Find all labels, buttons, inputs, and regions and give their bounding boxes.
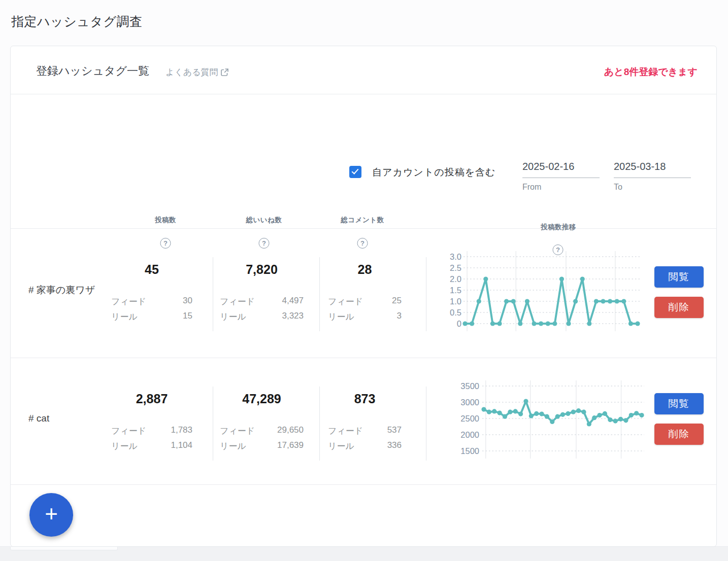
reel-label: リール: [111, 440, 138, 452]
likes-total: 7,820: [220, 262, 304, 277]
hashtag-name: # 家事の裏ワザ: [28, 284, 95, 297]
card-title: 登録ハッシュタグ一覧: [36, 63, 149, 79]
filter-section: 自アカウントの投稿を含む 2025-02-16 From 2025-03-18 …: [11, 94, 716, 229]
feed-label: フィード: [220, 296, 255, 307]
comments-reel-value: 3: [397, 311, 402, 323]
feed-label: フィード: [220, 425, 255, 437]
view-button[interactable]: 閲覧: [654, 266, 704, 288]
date-from-input[interactable]: 2025-02-16: [522, 161, 600, 178]
svg-text:1.5: 1.5: [450, 286, 461, 295]
divider: [319, 387, 320, 461]
date-to-caption: To: [614, 183, 691, 192]
svg-text:3.0: 3.0: [450, 252, 461, 261]
delete-button[interactable]: 削除: [654, 424, 704, 445]
posts-reel-value: 15: [183, 311, 192, 323]
posts-total: 45: [111, 262, 192, 277]
divider: [426, 257, 426, 331]
divider: [213, 257, 213, 331]
likes-total: 47,289: [220, 392, 304, 406]
column-header-comments: 総コメント数: [341, 216, 384, 225]
plus-icon: +: [45, 503, 58, 525]
include-own-posts-label: 自アカウントの投稿を含む: [372, 166, 496, 179]
date-from-field: 2025-02-16 From: [522, 161, 600, 192]
faq-link-label: よくある質問: [166, 66, 218, 78]
svg-text:2500: 2500: [460, 414, 479, 423]
likes-feed-value: 4,497: [282, 296, 304, 307]
hashtag-row: # cat 2,887 フィード 1,783 リール 1,104 47,289 …: [11, 358, 716, 485]
likes-reel-value: 17,639: [277, 440, 304, 452]
svg-text:3500: 3500: [460, 381, 479, 391]
card-header: 登録ハッシュタグ一覧 よくある質問 あと8件登録できます: [11, 46, 716, 94]
faq-link[interactable]: よくある質問: [166, 66, 229, 78]
content-panel: 指定ハッシュタグ調査 登録ハッシュタグ一覧 よくある質問 あと8件登録できます …: [0, 0, 728, 547]
hashtag-name: # cat: [28, 413, 49, 424]
external-link-icon: [220, 68, 229, 77]
column-header-posts: 投稿数: [155, 216, 176, 225]
date-from-caption: From: [522, 183, 600, 192]
comments-total: 873: [328, 392, 402, 406]
view-button[interactable]: 閲覧: [654, 393, 704, 414]
posts-trend-chart: 35003000250020001500: [445, 377, 645, 463]
delete-button[interactable]: 削除: [654, 297, 704, 318]
checkmark-icon: [352, 167, 359, 174]
posts-total: 2,887: [111, 392, 192, 406]
svg-text:2000: 2000: [460, 430, 479, 439]
comments-reel-value: 336: [387, 440, 402, 452]
feed-label: フィード: [111, 296, 146, 307]
likes-reel-value: 3,323: [282, 311, 304, 323]
column-header-likes: 総いいね数: [246, 216, 282, 225]
svg-text:2.0: 2.0: [450, 274, 461, 284]
include-own-posts-checkbox[interactable]: [349, 166, 361, 178]
reel-label: リール: [220, 440, 246, 452]
posts-reel-value: 1,104: [171, 440, 192, 452]
reel-label: リール: [220, 311, 246, 323]
divider: [426, 387, 426, 461]
reel-label: リール: [328, 311, 354, 323]
svg-text:3000: 3000: [460, 398, 479, 407]
next-card-peek: [10, 547, 118, 550]
comments-total: 28: [328, 262, 402, 277]
add-hashtag-button[interactable]: +: [29, 493, 73, 537]
date-to-field: 2025-03-18 To: [614, 161, 691, 192]
svg-text:0.5: 0.5: [450, 308, 461, 317]
comments-feed-value: 25: [392, 296, 402, 307]
svg-text:2.5: 2.5: [450, 263, 461, 272]
comments-feed-value: 537: [387, 425, 402, 437]
svg-text:1.0: 1.0: [450, 297, 461, 306]
page-title: 指定ハッシュタグ調査: [11, 13, 143, 30]
posts-trend-chart: 3.02.52.01.51.00.50: [445, 248, 645, 333]
registered-hashtags-card: 登録ハッシュタグ一覧 よくある質問 あと8件登録できます 自アカウントの投稿を含…: [10, 46, 717, 547]
feed-label: フィード: [328, 296, 363, 307]
quota-remaining-note: あと8件登録できます: [604, 65, 698, 79]
divider: [319, 257, 320, 331]
reel-label: リール: [328, 440, 354, 452]
hashtag-row: # 家事の裏ワザ 45 フィード 30 リール 15 7,820 フィード 4,…: [11, 229, 716, 358]
posts-feed-value: 30: [183, 296, 192, 307]
likes-feed-value: 29,650: [277, 425, 304, 437]
svg-text:0: 0: [457, 319, 461, 328]
date-to-input[interactable]: 2025-03-18: [614, 161, 691, 178]
posts-feed-value: 1,783: [171, 425, 192, 437]
feed-label: フィード: [111, 425, 146, 437]
divider: [213, 387, 213, 461]
svg-text:1500: 1500: [460, 446, 479, 455]
feed-label: フィード: [328, 425, 363, 437]
reel-label: リール: [111, 311, 138, 323]
